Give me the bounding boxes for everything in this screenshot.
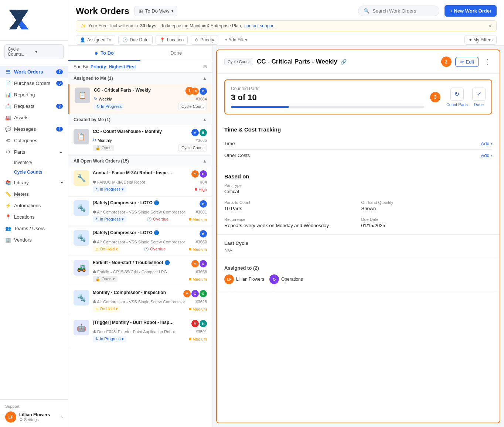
add-costs-link[interactable]: Add › xyxy=(481,153,492,158)
work-order-item-3[interactable]: 🔧 Annual - Fanuc M-3Ai Robot - Inspect..… xyxy=(68,167,212,197)
section-all-open[interactable]: All Open Work Orders (15) ▲ xyxy=(68,156,212,167)
sidebar-item-label: Categories xyxy=(14,138,37,143)
sidebar-item-automations[interactable]: ⚡ Automations xyxy=(0,200,68,211)
sort-value[interactable]: Priority: Highest First xyxy=(91,64,136,69)
wo-thumbnail-4: 🔩 xyxy=(74,200,89,216)
sidebar-item-messages[interactable]: 💬 Messages 1 xyxy=(0,123,68,135)
work-order-item-7[interactable]: 🔩 Monthly - Compressor - Inspection M O … xyxy=(68,286,212,316)
cycle-count-button-2[interactable]: Cycle Count xyxy=(178,144,207,151)
priority-filter[interactable]: ⊙ Priority xyxy=(191,35,218,45)
assigned-to-filter[interactable]: 👤 Assigned To xyxy=(76,35,115,45)
sparkle-icon: ✨ xyxy=(81,23,86,28)
wo-number-2: #3665 xyxy=(195,138,207,143)
on-hand-quantity-item: On-hand Quantity Shown xyxy=(361,200,493,211)
sidebar-item-cycle-counts[interactable]: Cycle Counts xyxy=(14,167,68,177)
parts-submenu: Inventory Cycle Counts xyxy=(0,158,68,177)
new-work-order-button[interactable]: + New Work Order xyxy=(445,5,497,17)
sidebar-item-label: Automations xyxy=(14,203,41,208)
sidebar-item-label: Library xyxy=(14,180,29,185)
email-icon[interactable]: ✉ xyxy=(203,64,207,69)
avatar-b2: B xyxy=(200,200,207,208)
search-box[interactable]: 🔍 xyxy=(358,6,439,16)
sidebar-item-assets[interactable]: 🏭 Assets xyxy=(0,112,68,123)
sidebar-item-requests[interactable]: 📩 Requests 2 xyxy=(0,100,68,112)
work-orders-icon: ☰ xyxy=(5,69,11,75)
add-time-link[interactable]: Add › xyxy=(481,141,492,146)
assets-icon: 🏭 xyxy=(5,115,11,120)
search-label: Cycle Counts... xyxy=(8,47,33,57)
sidebar-item-label: Purchase Orders xyxy=(14,81,50,86)
work-order-item-5[interactable]: 🔩 [Safety] Compressor - LOTO 🔵 B ✱ Air C… xyxy=(68,226,212,256)
sidebar-item-parts[interactable]: ⚙ Parts ▲ xyxy=(0,146,68,158)
count-parts-button[interactable]: ↻ Count Parts xyxy=(446,88,468,107)
assignee-1-name: Lillian Flowers xyxy=(236,277,264,282)
work-order-item-4[interactable]: 🔩 [Safety] Compressor - LOTO 🔵 B ✱ Air C… xyxy=(68,197,212,226)
sidebar-item-label: Messages xyxy=(14,126,36,132)
search-icon: 🔍 xyxy=(364,8,370,14)
wo-number-7: #3628 xyxy=(195,300,207,304)
wo-status-2: ↻ Monthly xyxy=(93,138,112,143)
more-options-button[interactable]: ⋮ xyxy=(483,56,492,67)
wo-avatars-1: LF O xyxy=(191,88,207,95)
parts-to-count-value: 10 Parts xyxy=(224,206,242,211)
avatar-o: O xyxy=(200,170,207,178)
sidebar-item-categories[interactable]: 🏷 Categories xyxy=(0,135,68,146)
recurrence-icon: ↻ xyxy=(93,138,96,143)
tab-done[interactable]: Done xyxy=(140,46,212,61)
sidebar-item-inventory[interactable]: Inventory xyxy=(14,158,68,167)
work-order-item-2[interactable]: 📋 CC - Count Warehouse - Monthly A B xyxy=(68,125,212,156)
sidebar-item-locations[interactable]: 📍 Locations xyxy=(0,211,68,223)
wo-title-2: CC - Count Warehouse - Monthly xyxy=(93,129,162,134)
chevron-down-icon: ▾ xyxy=(171,9,173,13)
banner-close-button[interactable]: ✕ xyxy=(488,23,492,28)
sidebar-item-work-orders[interactable]: ☰ Work Orders 7 xyxy=(0,66,68,78)
sidebar-item-vendors[interactable]: 🏢 Vendors xyxy=(0,234,68,246)
user-settings-link[interactable]: ⚙ Settings xyxy=(19,417,58,422)
cycle-count-button-1[interactable]: Cycle Count xyxy=(178,103,207,110)
sidebar-item-meters[interactable]: 📏 Meters xyxy=(0,188,68,200)
priority-badge-8: Medium xyxy=(189,337,207,341)
sidebar-item-teams-users[interactable]: 👥 Teams / Users xyxy=(0,223,68,234)
time-cost-section: Time & Cost Tracking Time Add › Other Co… xyxy=(217,120,500,167)
status-badge-2: 🔓 Open xyxy=(93,145,114,151)
sidebar-item-purchase-orders[interactable]: 📄 Purchase Orders 3 xyxy=(0,78,68,89)
wo-avatars-6: M O xyxy=(191,260,207,267)
locations-icon: 📍 xyxy=(5,214,11,220)
edit-button[interactable]: ✏ Edit xyxy=(455,57,479,67)
last-cycle-section: Last Cycle N/A xyxy=(217,235,500,259)
done-button[interactable]: ✓ Done xyxy=(472,88,486,107)
user-info[interactable]: LF Lillian Flowers ⚙ Settings › xyxy=(5,411,63,423)
link-icon[interactable]: 🔗 xyxy=(340,59,347,65)
work-order-item-1[interactable]: 📋 CC - Critical Parts - Weekly LF O xyxy=(68,84,212,114)
my-filters-button[interactable]: ✦ My Filters xyxy=(464,35,497,45)
search-input[interactable] xyxy=(372,8,434,14)
add-filter-button[interactable]: + Add Filter xyxy=(221,35,251,44)
due-date-filter[interactable]: 🕐 Due Date xyxy=(118,35,153,45)
sidebar-item-reporting[interactable]: 📊 Reporting xyxy=(0,89,68,100)
based-on-grid: Part Type Critical Parts to Count 10 Par… xyxy=(224,183,492,228)
sidebar-item-library[interactable]: 📚 Library ▾ xyxy=(0,177,68,188)
clock-icon: 🕐 xyxy=(122,37,128,42)
section-assigned-to-me[interactable]: Assigned to Me (1) ▲ xyxy=(68,73,212,84)
sidebar-item-label: Assets xyxy=(14,115,28,120)
part-type-item: Part Type Critical xyxy=(224,183,355,194)
avatar-op: O xyxy=(200,88,207,95)
work-order-item-6[interactable]: 🚜 Forklift - Non-start / Troubleshoot 🔵 … xyxy=(68,256,212,286)
chevron-right-icon: › xyxy=(491,153,492,158)
assignee-1-avatar: LF xyxy=(224,274,234,284)
work-order-item-8[interactable]: 🤖 [Trigger] Monthly - Durr Robot - Inspe… xyxy=(68,316,212,346)
wo-thumbnail-1: 📋 xyxy=(75,88,90,103)
meters-icon: 📏 xyxy=(5,191,11,197)
wo-avatars-5: B xyxy=(200,230,207,238)
wo-sub-8: ✱ Durr E043i Exterior Paint Application … xyxy=(93,329,175,334)
avatar-o3: O xyxy=(191,290,199,297)
tab-todo[interactable]: To Do xyxy=(68,46,140,61)
time-row: Time Add › xyxy=(224,138,492,150)
cycle-counts-search[interactable]: Cycle Counts... ▾ xyxy=(4,44,64,59)
contact-support-link[interactable]: contact support. xyxy=(244,23,276,28)
location-filter[interactable]: 📍 Location xyxy=(156,35,188,45)
view-selector[interactable]: ⊞ To Do View ▾ xyxy=(134,6,178,16)
section-created-by-me[interactable]: Created by Me (1) ▲ xyxy=(68,114,212,125)
cycle-count-tag: Cycle Count xyxy=(224,58,253,65)
detail-panel: Cycle Count CC - Critical Parts - Weekly… xyxy=(216,49,500,423)
